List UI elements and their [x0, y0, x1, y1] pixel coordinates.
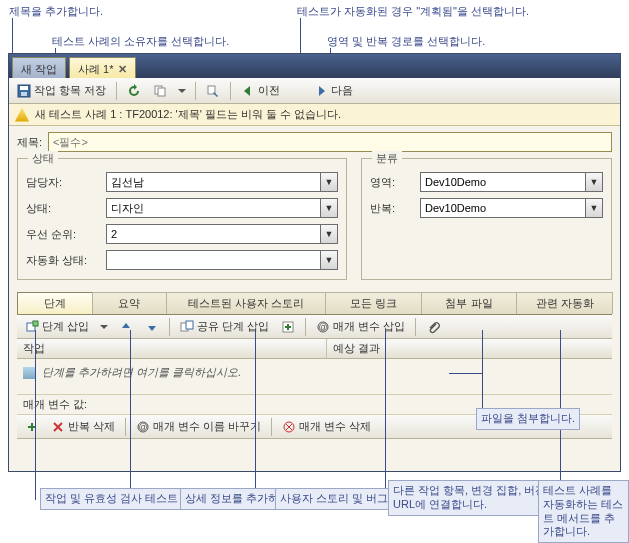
area-combo[interactable]: ▼: [420, 172, 603, 192]
callout-automated: 테스트가 자동화된 경우 "계획됨"을 선택합니다.: [297, 4, 529, 19]
owner-label: 담당자:: [26, 175, 106, 190]
chevron-down-icon[interactable]: ▼: [320, 250, 338, 270]
arrow-down-icon: [145, 320, 159, 334]
delete-param-icon: [282, 420, 296, 434]
window-tab-new[interactable]: 새 작업: [12, 57, 66, 78]
insert-param-button[interactable]: @ 매개 변수 삽입: [312, 317, 409, 337]
delete-icon: [51, 420, 65, 434]
iteration-input[interactable]: [420, 198, 585, 218]
param-label: 매개 변수 값:: [23, 397, 87, 412]
priority-input[interactable]: [106, 224, 320, 244]
delete-param-button[interactable]: 매개 변수 삭제: [278, 417, 375, 437]
col-expected: 예상 결과: [327, 339, 386, 358]
state-combo[interactable]: ▼: [106, 198, 338, 218]
main-toolbar: 작업 항목 저장 이전 다음: [9, 78, 620, 104]
close-icon[interactable]: ✕: [118, 63, 127, 76]
separator: [415, 318, 416, 336]
callout-attach: 파일을 첨부합니다.: [476, 408, 580, 430]
area-input[interactable]: [420, 172, 585, 192]
insert-step-label: 단계 삽입: [42, 319, 89, 334]
tab-summary[interactable]: 요약: [92, 292, 168, 314]
owner-combo[interactable]: ▼: [106, 172, 338, 192]
save-button[interactable]: 작업 항목 저장: [13, 81, 110, 101]
shared-step-icon: [180, 320, 194, 334]
insert-step-icon: [25, 320, 39, 334]
attach-button[interactable]: [422, 317, 444, 337]
shortcut-icon: [206, 84, 220, 98]
delete-param-label: 매개 변수 삭제: [299, 419, 371, 434]
move-down-button[interactable]: [141, 317, 163, 337]
title-label: 제목:: [17, 135, 42, 150]
save-label: 작업 항목 저장: [34, 83, 106, 98]
chevron-down-icon[interactable]: [97, 320, 111, 334]
steps-hint: 단계를 추가하려면 여기를 클릭하십시오.: [42, 366, 241, 378]
col-action: 작업: [17, 339, 327, 358]
tab-attachments[interactable]: 첨부 파일: [421, 292, 518, 314]
status-bar: 새 테스트 사례 1 : TF20012: '제목' 필드는 비워 둘 수 없습…: [9, 104, 620, 126]
arrow-left-icon: [241, 84, 255, 98]
svg-rect-9: [186, 321, 193, 329]
shortcut-button[interactable]: [202, 81, 224, 101]
svg-rect-2: [21, 92, 27, 96]
iteration-combo[interactable]: ▼: [420, 198, 603, 218]
insert-step-button[interactable]: 단계 삽입: [21, 317, 93, 337]
svg-rect-1: [20, 86, 28, 90]
state-label: 상태:: [26, 201, 106, 216]
priority-combo[interactable]: ▼: [106, 224, 338, 244]
owner-input[interactable]: [106, 172, 320, 192]
next-label: 다음: [331, 83, 353, 98]
callout-area: 영역 및 반복 경로를 선택합니다.: [327, 34, 485, 49]
move-up-button[interactable]: [115, 317, 137, 337]
chevron-down-icon[interactable]: ▼: [320, 198, 338, 218]
delete-iteration-label: 반복 삭제: [68, 419, 115, 434]
paperclip-icon: [426, 320, 440, 334]
rename-icon: @: [136, 420, 150, 434]
chevron-down-icon[interactable]: ▼: [585, 172, 603, 192]
create-shared-icon: [281, 320, 295, 334]
refresh-icon: [127, 84, 141, 98]
rename-param-label: 매개 변수 이름 바꾸기: [153, 419, 261, 434]
tab-links[interactable]: 모든 링크: [325, 292, 422, 314]
tab-label: 새 작업: [21, 62, 57, 77]
separator: [169, 318, 170, 336]
steps-grid-body[interactable]: 단계를 추가하려면 여기를 클릭하십시오.: [17, 359, 612, 395]
delete-iteration-button[interactable]: 반복 삭제: [47, 417, 119, 437]
prev-button[interactable]: 이전: [237, 81, 284, 101]
step-row-icon: [23, 367, 35, 379]
add-iteration-button[interactable]: [21, 417, 43, 437]
callout-title: 제목을 추가합니다.: [9, 4, 103, 19]
insert-shared-button[interactable]: 공유 단계 삽입: [176, 317, 273, 337]
next-button[interactable]: 다음: [310, 81, 357, 101]
chevron-down-icon[interactable]: ▼: [585, 198, 603, 218]
automation-input[interactable]: [106, 250, 320, 270]
steps-grid-header: 작업 예상 결과: [17, 339, 612, 359]
chevron-down-icon[interactable]: [175, 84, 189, 98]
callout-owner: 테스트 사례의 소유자를 선택합니다.: [52, 34, 229, 49]
window-tabstrip: 새 작업 사례 1* ✕: [9, 54, 620, 78]
create-shared-button[interactable]: [277, 317, 299, 337]
separator: [195, 82, 196, 100]
svg-rect-4: [158, 88, 165, 96]
copy-button[interactable]: [149, 81, 171, 101]
refresh-button[interactable]: [123, 81, 145, 101]
svg-text:@: @: [138, 422, 147, 432]
legend-state: 상태: [28, 151, 58, 166]
state-input[interactable]: [106, 198, 320, 218]
automation-combo[interactable]: ▼: [106, 250, 338, 270]
rename-param-button[interactable]: @ 매개 변수 이름 바꾸기: [132, 417, 265, 437]
tab-automation[interactable]: 관련 자동화: [516, 292, 613, 314]
legend-class: 분류: [372, 151, 402, 166]
chevron-down-icon[interactable]: ▼: [320, 224, 338, 244]
separator: [271, 418, 272, 436]
content-area: 제목: 상태 담당자: ▼ 상태: ▼: [9, 126, 620, 445]
tab-steps[interactable]: 단계: [17, 292, 93, 314]
title-input[interactable]: [48, 132, 612, 152]
iteration-label: 반복:: [370, 201, 420, 216]
tab-stories[interactable]: 테스트된 사용자 스토리: [166, 292, 326, 314]
separator: [230, 82, 231, 100]
automation-label: 자동화 상태:: [26, 253, 106, 268]
copy-icon: [153, 84, 167, 98]
steps-toolbar: 단계 삽입 공유 단계 삽입 @ 매개 변수 삽입: [17, 315, 612, 339]
chevron-down-icon[interactable]: ▼: [320, 172, 338, 192]
window-tab-active[interactable]: 사례 1* ✕: [69, 57, 135, 78]
